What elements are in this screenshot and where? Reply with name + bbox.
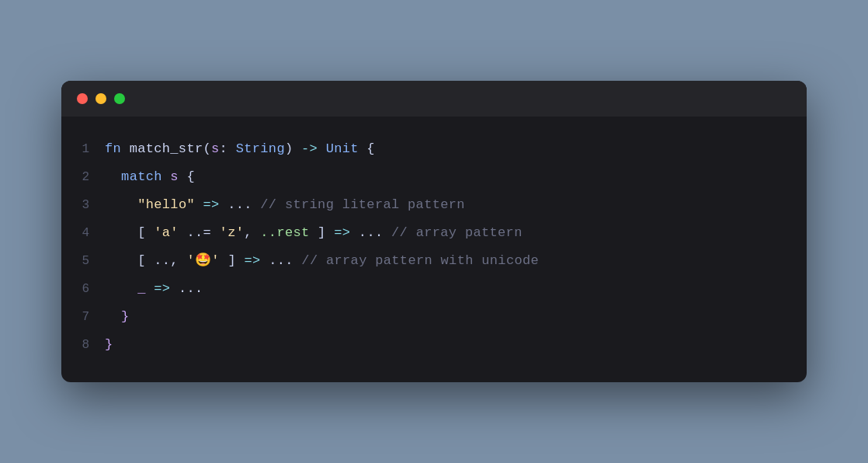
code-content-6: _ => ... xyxy=(105,275,203,303)
minimize-button[interactable] xyxy=(95,93,106,104)
code-content-3: "hello" => ... // string literal pattern xyxy=(105,191,465,219)
code-line-2: 2 match s { xyxy=(77,163,783,191)
line-number-2: 2 xyxy=(77,163,105,191)
line-number-3: 3 xyxy=(77,191,105,219)
code-line-5: 5 [ .., '🤩' ] => ... // array pattern wi… xyxy=(77,247,783,275)
code-content-7: } xyxy=(105,303,130,331)
code-line-6: 6 _ => ... xyxy=(77,275,783,303)
code-line-8: 8 } xyxy=(77,331,783,359)
code-line-1: 1 fn match_str(s: String) -> Unit { xyxy=(77,135,783,163)
code-content-2: match s { xyxy=(105,163,195,191)
code-content-1: fn match_str(s: String) -> Unit { xyxy=(105,135,375,163)
code-content-5: [ .., '🤩' ] => ... // array pattern with… xyxy=(105,247,539,275)
close-button[interactable] xyxy=(77,93,88,104)
line-number-1: 1 xyxy=(77,135,105,163)
line-number-4: 4 xyxy=(77,219,105,247)
maximize-button[interactable] xyxy=(114,93,125,104)
line-number-8: 8 xyxy=(77,331,105,359)
code-area: 1 fn match_str(s: String) -> Unit { 2 ma… xyxy=(61,117,807,382)
titlebar xyxy=(61,81,807,117)
code-line-3: 3 "hello" => ... // string literal patte… xyxy=(77,191,783,219)
line-number-6: 6 xyxy=(77,275,105,303)
line-number-7: 7 xyxy=(77,303,105,331)
code-line-4: 4 [ 'a' ..= 'z', ..rest ] => ... // arra… xyxy=(77,219,783,247)
code-window: 1 fn match_str(s: String) -> Unit { 2 ma… xyxy=(61,81,807,382)
code-content-4: [ 'a' ..= 'z', ..rest ] => ... // array … xyxy=(105,219,523,247)
line-number-5: 5 xyxy=(77,247,105,275)
code-content-8: } xyxy=(105,331,113,359)
code-line-7: 7 } xyxy=(77,303,783,331)
